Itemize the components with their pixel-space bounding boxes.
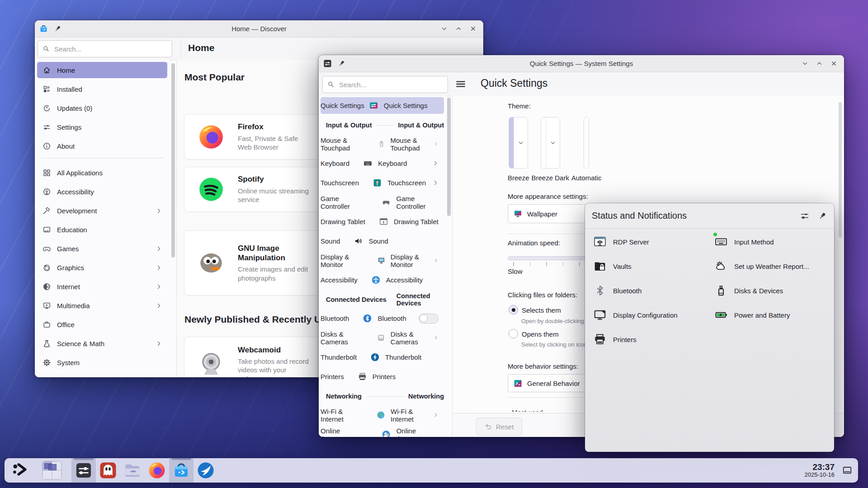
education[interactable]: Education [37,221,167,238]
volume[interactable] [708,465,719,476]
display-monitor[interactable]: Display & Monitor Display & Monitor [321,252,444,269]
radio-opens-them[interactable] [509,329,518,338]
ghostwriter-task[interactable] [96,458,120,483]
games[interactable]: Games [37,240,167,257]
pin-icon[interactable] [818,211,827,221]
quick-settings[interactable]: Quick Settings Quick Settings [321,97,444,114]
expand-tray[interactable] [778,465,789,476]
section-header-label: Accessibility [321,276,358,284]
reset-button[interactable]: Reset [476,418,522,436]
installed[interactable]: Installed [37,81,167,97]
sound[interactable]: Sound Sound [321,233,444,249]
system-settings-task[interactable] [71,458,96,483]
content-scrollbar[interactable] [839,102,842,238]
system[interactable]: System [37,354,167,371]
all-applications[interactable]: All Applications [37,164,167,181]
falkon-task[interactable] [193,458,218,483]
online-accounts[interactable]: Online Accounts Online Accounts [321,426,444,437]
search-input[interactable] [338,80,427,89]
rdp-server[interactable]: RDP Server [593,230,714,254]
network[interactable] [761,465,772,476]
scrollbar-thumb[interactable] [447,98,451,216]
close-button[interactable] [468,24,478,34]
wi-fi-internet[interactable]: Wi-Fi & Internet Wi-Fi & Internet [321,407,444,423]
discover-search[interactable] [38,40,172,57]
cloud-sync[interactable] [655,465,666,476]
drawing-tablet[interactable]: Drawing Tablet Drawing Tablet [321,213,444,230]
brightness[interactable] [726,465,736,476]
graphics[interactable]: Graphics [37,259,167,276]
accessibility[interactable]: Accessibility Accessibility [321,272,444,288]
user-switcher[interactable] [637,465,648,476]
discover-titlebar[interactable]: Home — Discover [35,20,483,38]
settings-titlebar[interactable]: Quick Settings — System Settings [319,55,844,72]
internet[interactable]: Internet [37,278,167,295]
show-desktop-button[interactable] [840,461,854,479]
maximize-button[interactable] [814,59,824,69]
Automatic[interactable]: Automatic [571,117,602,182]
settings[interactable]: Settings [37,119,167,135]
minimize-button[interactable] [439,24,449,34]
chevron-right-icon [156,341,162,347]
office[interactable]: Office [37,316,167,333]
notifications[interactable] [620,465,631,476]
inputm-icon [714,235,728,249]
home[interactable]: Home [37,62,167,78]
sidebar-scrollbar[interactable] [170,60,176,377]
accessibility[interactable]: Accessibility [37,183,167,200]
disks-devices[interactable]: Disks & Devices [714,278,834,303]
power-battery[interactable]: Power and Battery [714,303,834,327]
about[interactable]: About [37,138,167,154]
bluetooth[interactable]: Bluetooth [593,278,714,303]
pin-icon[interactable] [54,25,61,33]
touch-icon [373,178,382,188]
theme-dropdown-button[interactable] [514,117,528,168]
disks-cameras[interactable]: Disks & Cameras Disks & Cameras [321,329,444,346]
printers[interactable]: Printers Printers [321,368,444,385]
mouse-touchpad[interactable]: Mouse & Touchpad Mouse & Touchpad [321,136,444,152]
Breeze[interactable]: Breeze [508,117,529,182]
game-controller[interactable]: Game Controller Game Controller [321,194,444,211]
theme-dropdown-button[interactable] [546,117,560,168]
radio-label[interactable]: Selects them [522,306,561,314]
media-player[interactable] [690,465,701,476]
printers[interactable]: Printers [593,327,714,352]
sidebar-scrollbar[interactable] [446,96,452,437]
Breeze Dark[interactable]: Breeze Dark [532,117,569,182]
keyboard[interactable]: Keyboard Keyboard [321,155,444,172]
weather-report[interactable]: Set up Weather Report... [714,254,834,278]
close-button[interactable] [829,59,839,69]
bluetooth-toggle[interactable] [419,314,439,324]
input-method[interactable]: Input Method [714,230,834,254]
touchscreen[interactable]: Touchscreen Touchscreen [321,174,444,191]
settings-search[interactable] [322,76,448,93]
scrollbar-thumb[interactable] [171,63,175,258]
thunderbolt[interactable]: Thunderbolt Thunderbolt [321,349,444,366]
discover-task[interactable] [169,458,193,483]
minimize-button[interactable] [800,59,810,69]
digital-clock[interactable]: 23:37 2025-10-16 [805,458,835,483]
configure-icon[interactable] [800,211,810,221]
pin-icon[interactable] [338,60,345,67]
kde-app[interactable] [743,465,754,476]
hamburger-menu-icon[interactable] [454,78,467,90]
maximize-button[interactable] [453,24,463,34]
firefox-task[interactable] [145,458,169,483]
theme-card[interactable] [584,117,589,169]
theme-card[interactable] [541,117,560,169]
vaults[interactable]: Vaults [593,254,714,278]
search-input[interactable] [53,45,149,53]
theme-card[interactable] [509,117,528,169]
multimedia[interactable]: Multimedia [37,297,167,314]
bluetooth[interactable]: Bluetooth Bluetooth [321,310,444,327]
virtual-desktop-pager[interactable] [33,458,71,483]
science-math[interactable]: Science & Math [37,335,167,352]
updates-0[interactable]: Updates (0) [37,100,167,116]
development[interactable]: Development [37,202,167,219]
dolphin-task[interactable] [120,458,145,483]
radio-selects-them[interactable] [509,305,518,314]
clipboard[interactable] [673,465,684,476]
app-launcher[interactable] [8,458,33,483]
radio-label[interactable]: Opens them [522,330,559,338]
display-configuration[interactable]: Display Configuration [593,303,714,327]
